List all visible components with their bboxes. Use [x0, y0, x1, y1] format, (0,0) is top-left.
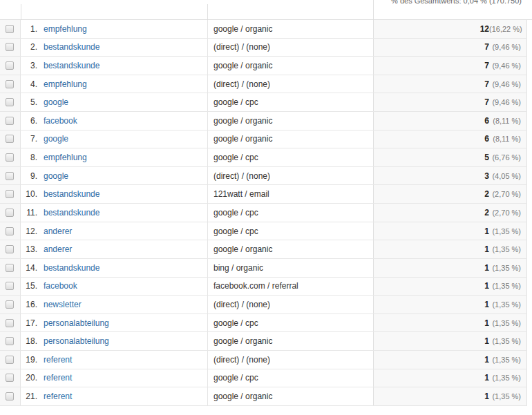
- row-checkbox[interactable]: [6, 319, 14, 327]
- row-checkbox[interactable]: [6, 135, 14, 143]
- row-checkbox[interactable]: [6, 227, 14, 235]
- source-medium-cell: (direct) / (none): [207, 39, 373, 57]
- sessions-percent: (2,70 %): [489, 209, 521, 217]
- sessions-cell: 1 (1,35 %): [373, 314, 527, 332]
- source-medium-cell: google / organic: [207, 240, 373, 258]
- sessions-cell: 1 (1,35 %): [373, 278, 527, 296]
- dimension-link[interactable]: personalabteilung: [44, 318, 109, 328]
- source-medium-cell: (direct) / (none): [207, 296, 373, 313]
- dimension-cell: 19. referent: [21, 351, 207, 369]
- dimension-cell: 14. bestandskunde: [21, 259, 207, 277]
- dimension-link[interactable]: facebook: [44, 281, 77, 291]
- row-checkbox[interactable]: [6, 356, 14, 364]
- column-divider: [207, 4, 208, 19]
- checkbox-cell: [0, 240, 21, 258]
- table-row: 12. anderer google / cpc 1 (1,35 %): [0, 222, 527, 241]
- row-rank: 19.: [21, 355, 37, 365]
- row-rank: 12.: [21, 226, 37, 236]
- sessions-value: 3: [484, 171, 489, 181]
- table-row: 21. referent google / organic 1 (1,35 %): [0, 387, 527, 406]
- sessions-cell: 6 (8,11 %): [373, 112, 527, 130]
- dimension-link[interactable]: google: [44, 97, 68, 107]
- source-medium-cell: google / cpc: [207, 204, 373, 222]
- dimension-link[interactable]: bestandskunde: [44, 61, 99, 70]
- row-checkbox[interactable]: [6, 282, 14, 290]
- row-rank: 8.: [21, 153, 37, 162]
- dimension-link[interactable]: bestandskunde: [44, 42, 99, 52]
- table-row: 16. newsletter (direct) / (none) 1 (1,35…: [0, 296, 527, 314]
- sessions-percent: (1,35 %): [489, 392, 521, 400]
- dimension-link[interactable]: empfehlung: [44, 24, 87, 34]
- table-row: 11. bestandskunde google / cpc 2 (2,70 %…: [0, 204, 527, 222]
- table-row: 1. empfehlung google / organic 12 (16,22…: [0, 20, 527, 39]
- dimension-link[interactable]: referent: [44, 355, 72, 365]
- row-rank: 17.: [21, 318, 37, 328]
- row-checkbox[interactable]: [6, 264, 14, 272]
- table-row: 15. facebook facebook.com / referral 1 (…: [0, 278, 527, 296]
- dimension-cell: 10. bestandskunde: [21, 185, 207, 203]
- sessions-value: 2: [484, 189, 489, 199]
- sessions-value: 2: [484, 208, 489, 218]
- row-checkbox[interactable]: [6, 25, 14, 33]
- row-checkbox[interactable]: [6, 392, 14, 400]
- row-rank: 11.: [21, 208, 37, 218]
- sessions-percent: (1,35 %): [489, 374, 521, 382]
- checkbox-cell: [0, 351, 21, 369]
- row-checkbox[interactable]: [6, 61, 14, 70]
- dimension-cell: 8. empfehlung: [21, 148, 207, 166]
- dimension-link[interactable]: anderer: [44, 226, 72, 236]
- checkbox-cell: [0, 75, 21, 93]
- sessions-value: 1: [484, 318, 489, 328]
- row-checkbox[interactable]: [6, 43, 14, 51]
- row-checkbox[interactable]: [6, 117, 14, 125]
- row-checkbox[interactable]: [6, 98, 14, 106]
- sessions-percent: (9,46 %): [489, 43, 521, 51]
- dimension-link[interactable]: bestandskunde: [44, 208, 99, 218]
- dimension-cell: 21. referent: [21, 387, 207, 405]
- dimension-link[interactable]: bestandskunde: [44, 263, 99, 273]
- table-row: 9. google (direct) / (none) 3 (4,05 %): [0, 167, 527, 186]
- dimension-link[interactable]: google: [44, 134, 68, 144]
- table-row: 17. personalabteilung google / cpc 1 (1,…: [0, 314, 527, 333]
- dimension-link[interactable]: empfehlung: [44, 79, 87, 89]
- row-checkbox[interactable]: [6, 172, 14, 180]
- sessions-percent: (1,35 %): [489, 300, 521, 309]
- row-checkbox[interactable]: [6, 153, 14, 162]
- row-checkbox[interactable]: [6, 374, 14, 382]
- row-checkbox[interactable]: [6, 337, 14, 345]
- dimension-link[interactable]: referent: [44, 373, 72, 383]
- table-row: 6. facebook google / organic 6 (8,11 %): [0, 112, 527, 131]
- dimension-link[interactable]: newsletter: [44, 300, 82, 309]
- dimension-cell: 11. bestandskunde: [21, 204, 207, 222]
- dimension-cell: 17. personalabteilung: [21, 314, 207, 332]
- sessions-cell: 7 (9,46 %): [373, 57, 527, 75]
- checkbox-cell: [0, 167, 21, 185]
- source-medium-cell: 121watt / email: [207, 185, 373, 203]
- row-checkbox[interactable]: [6, 80, 14, 88]
- row-checkbox[interactable]: [6, 209, 14, 217]
- sessions-cell: 1 (1,35 %): [373, 222, 527, 240]
- source-medium-cell: google / organic: [207, 387, 373, 405]
- row-rank: 15.: [21, 281, 37, 291]
- dimension-link[interactable]: anderer: [44, 244, 72, 254]
- table-row: 4. empfehlung (direct) / (none) 7 (9,46 …: [0, 75, 527, 94]
- dimension-link[interactable]: referent: [44, 392, 72, 401]
- dimension-cell: 3. bestandskunde: [21, 57, 207, 75]
- dimension-link[interactable]: google: [44, 171, 68, 181]
- dimension-link[interactable]: empfehlung: [44, 153, 87, 162]
- sessions-value: 6: [484, 116, 489, 126]
- checkbox-cell: [0, 387, 21, 405]
- source-medium-cell: google / cpc: [207, 222, 373, 240]
- row-checkbox[interactable]: [6, 245, 14, 253]
- dimension-link[interactable]: facebook: [44, 116, 77, 126]
- dimension-link[interactable]: bestandskunde: [44, 189, 99, 199]
- dimension-link[interactable]: personalabteilung: [44, 336, 109, 346]
- sessions-cell: 5 (6,76 %): [373, 148, 527, 166]
- row-rank: 16.: [21, 300, 37, 309]
- sessions-value: 7: [484, 42, 489, 52]
- checkbox-cell: [0, 57, 21, 75]
- row-rank: 3.: [21, 61, 37, 70]
- sessions-value: 1: [484, 281, 489, 291]
- row-checkbox[interactable]: [6, 300, 14, 309]
- row-checkbox[interactable]: [6, 190, 14, 198]
